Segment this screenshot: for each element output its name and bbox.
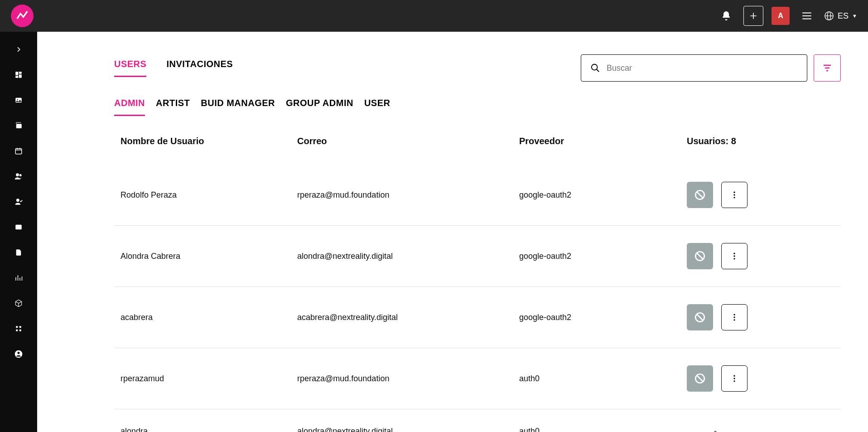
cell-provider: google-oauth2 [519,252,687,261]
cell-dash: - [687,427,717,432]
cell-actions [687,304,834,330]
cell-actions [687,365,834,392]
topbar: A ES ▼ [0,0,868,32]
block-button[interactable] [687,182,713,208]
more-vertical-icon [730,313,739,322]
gallery-icon [14,121,23,130]
block-button[interactable] [687,365,713,392]
svg-point-22 [733,192,735,193]
svg-point-12 [16,199,19,202]
apps-icon [14,325,23,333]
block-button[interactable] [687,304,713,330]
cell-username: acabrera [121,313,297,322]
filter-button[interactable] [814,54,841,82]
table-row: Alondra Cabreraalondra@nextreality.digit… [114,226,841,287]
more-button[interactable] [721,365,747,392]
tab-users[interactable]: USERS [114,59,146,77]
sidebar-dashboard[interactable] [7,63,30,86]
primary-tabs: USERS INVITACIONES [114,59,233,77]
cell-provider: google-oauth2 [519,190,687,200]
topbar-right: A ES ▼ [717,6,857,26]
cell-email: rperaza@mud.foundation [297,190,519,200]
block-icon [694,189,706,201]
more-button[interactable] [721,304,747,330]
svg-rect-4 [19,74,22,78]
svg-point-28 [733,258,735,259]
header-count: Usuarios: 8 [687,136,834,146]
menu-button[interactable] [798,7,816,25]
account-icon [14,349,23,359]
sidebar [0,32,37,432]
plus-icon [749,11,758,20]
cell-username: Rodolfo Peraza [121,190,297,200]
search-input[interactable] [607,63,798,73]
cell-email: rperaza@mud.foundation [297,374,519,383]
block-icon [694,311,706,323]
sidebar-gallery[interactable] [7,114,30,137]
cell-provider: auth0 [519,374,687,383]
avatar-button[interactable]: A [772,7,790,25]
language-selector[interactable]: ES ▼ [824,11,857,21]
cell-email: alondra@nextreality.digital [297,252,519,261]
cell-provider: google-oauth2 [519,313,687,322]
sidebar-media[interactable] [7,216,30,238]
more-button[interactable] [721,182,747,208]
role-tab-artist[interactable]: ARTIST [156,98,190,116]
top-tabs-row: USERS INVITACIONES [114,54,841,82]
svg-rect-13 [15,225,22,230]
user-check-icon [14,197,23,206]
sidebar-cube[interactable] [7,292,30,315]
search-icon [590,63,600,73]
block-icon [694,250,706,262]
sidebar-document[interactable] [7,241,30,264]
more-vertical-icon [730,190,739,199]
svg-point-31 [733,316,735,318]
more-vertical-icon [730,374,739,383]
header-email: Correo [297,136,519,146]
role-tab-user[interactable]: USER [364,98,391,116]
role-tab-group-admin[interactable]: GROUP ADMIN [286,98,353,116]
role-tab-admin[interactable]: ADMIN [114,98,145,116]
svg-point-14 [16,326,18,328]
dashboard-icon [14,71,23,79]
media-icon [14,223,23,231]
sidebar-images[interactable] [7,89,30,112]
sidebar-calendar[interactable] [7,140,30,162]
cell-actions [687,243,834,269]
block-button[interactable] [687,243,713,269]
svg-point-27 [733,255,735,257]
tab-invitations[interactable]: INVITACIONES [166,59,233,77]
cell-username: alondra [121,427,297,432]
main-content: USERS INVITACIONES ADMIN ARTIST BUID MAN… [37,32,868,432]
sidebar-analytics[interactable] [7,267,30,289]
svg-point-7 [17,99,18,100]
notifications-button[interactable] [717,7,735,25]
logo[interactable] [11,5,34,27]
sidebar-users[interactable] [7,165,30,188]
sidebar-user-check[interactable] [7,190,30,213]
svg-point-34 [733,375,735,377]
svg-point-35 [733,378,735,379]
table-row: alondraalondra@nextreality.digitalauth0- [114,409,841,432]
table-header: Nombre de Usuario Correo Proveedor Usuar… [114,136,841,165]
svg-point-19 [18,352,20,354]
sidebar-account[interactable] [7,343,30,365]
svg-point-36 [733,380,735,382]
bell-icon [721,10,732,21]
users-icon [14,172,23,181]
more-button[interactable] [721,243,747,269]
block-icon [694,373,706,384]
chart-icon [14,274,23,282]
svg-point-24 [733,197,735,198]
role-tab-buid-manager[interactable]: BUID MANAGER [201,98,275,116]
filter-icon [822,63,833,73]
add-button[interactable] [743,6,763,26]
language-label: ES [838,11,849,21]
sidebar-apps[interactable] [7,317,30,340]
document-icon [15,248,22,257]
svg-point-15 [19,326,22,328]
svg-point-30 [733,314,735,316]
search-box[interactable] [581,54,807,82]
sidebar-toggle[interactable] [7,38,30,61]
header-username: Nombre de Usuario [121,136,297,146]
